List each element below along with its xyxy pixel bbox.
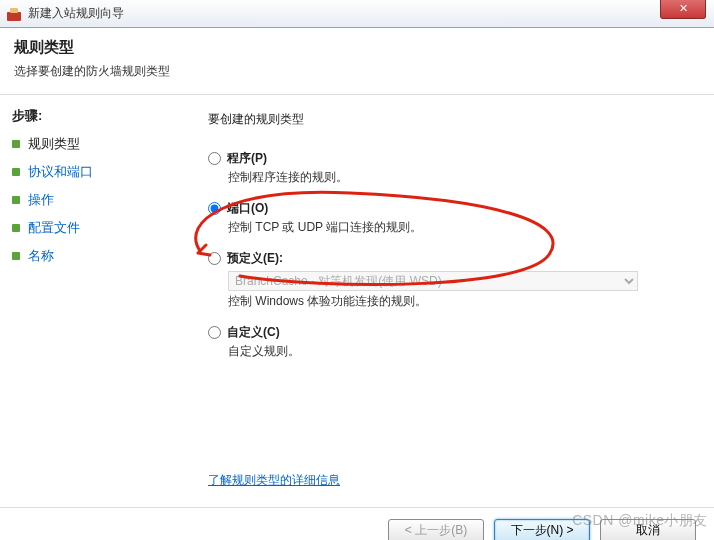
step-rule-type[interactable]: 规则类型 bbox=[12, 135, 180, 153]
option-custom: 自定义(C) 自定义规则。 bbox=[208, 324, 692, 360]
option-predefined-desc: 控制 Windows 体验功能连接的规则。 bbox=[228, 293, 692, 310]
bullet-icon bbox=[12, 168, 20, 176]
step-label: 名称 bbox=[28, 247, 54, 265]
option-custom-label: 自定义(C) bbox=[227, 324, 280, 341]
option-predefined: 预定义(E): BranchCache - 对等机发现(使用 WSD) 控制 W… bbox=[208, 250, 692, 310]
option-port-desc: 控制 TCP 或 UDP 端口连接的规则。 bbox=[228, 219, 692, 236]
radio-port[interactable] bbox=[208, 202, 221, 215]
option-program-row[interactable]: 程序(P) bbox=[208, 150, 692, 167]
back-button[interactable]: < 上一步(B) bbox=[388, 519, 484, 541]
option-program-label: 程序(P) bbox=[227, 150, 267, 167]
learn-more-link[interactable]: 了解规则类型的详细信息 bbox=[208, 472, 340, 489]
option-custom-desc: 自定义规则。 bbox=[228, 343, 692, 360]
svg-rect-1 bbox=[10, 8, 18, 13]
option-port-row[interactable]: 端口(O) bbox=[208, 200, 692, 217]
step-label: 协议和端口 bbox=[28, 163, 93, 181]
bullet-icon bbox=[12, 140, 20, 148]
svg-rect-0 bbox=[7, 12, 21, 21]
title-bar: 新建入站规则向导 ✕ bbox=[0, 0, 714, 28]
cancel-button[interactable]: 取消 bbox=[600, 519, 696, 541]
step-label: 配置文件 bbox=[28, 219, 80, 237]
step-name[interactable]: 名称 bbox=[12, 247, 180, 265]
steps-sidebar: 步骤: 规则类型 协议和端口 操作 配置文件 名称 bbox=[0, 95, 190, 507]
predefined-select[interactable]: BranchCache - 对等机发现(使用 WSD) bbox=[228, 271, 638, 291]
option-predefined-row[interactable]: 预定义(E): bbox=[208, 250, 692, 267]
step-label: 操作 bbox=[28, 191, 54, 209]
option-predefined-label: 预定义(E): bbox=[227, 250, 283, 267]
wizard-header: 规则类型 选择要创建的防火墙规则类型 bbox=[0, 28, 714, 95]
page-title: 规则类型 bbox=[14, 38, 700, 57]
steps-heading: 步骤: bbox=[12, 107, 180, 125]
step-label: 规则类型 bbox=[28, 135, 80, 153]
radio-program[interactable] bbox=[208, 152, 221, 165]
radio-custom[interactable] bbox=[208, 326, 221, 339]
prompt-text: 要创建的规则类型 bbox=[208, 111, 692, 128]
next-button[interactable]: 下一步(N) > bbox=[494, 519, 590, 541]
radio-predefined[interactable] bbox=[208, 252, 221, 265]
step-profile[interactable]: 配置文件 bbox=[12, 219, 180, 237]
option-custom-row[interactable]: 自定义(C) bbox=[208, 324, 692, 341]
option-port: 端口(O) 控制 TCP 或 UDP 端口连接的规则。 bbox=[208, 200, 692, 236]
option-program: 程序(P) 控制程序连接的规则。 bbox=[208, 150, 692, 186]
window-title: 新建入站规则向导 bbox=[28, 5, 124, 22]
app-icon bbox=[6, 6, 22, 22]
option-program-desc: 控制程序连接的规则。 bbox=[228, 169, 692, 186]
bullet-icon bbox=[12, 224, 20, 232]
wizard-footer: < 上一步(B) 下一步(N) > 取消 bbox=[0, 507, 714, 540]
main-panel: 要创建的规则类型 程序(P) 控制程序连接的规则。 端口(O) 控制 TCP 或… bbox=[190, 95, 714, 507]
step-protocol-port[interactable]: 协议和端口 bbox=[12, 163, 180, 181]
bullet-icon bbox=[12, 196, 20, 204]
step-action[interactable]: 操作 bbox=[12, 191, 180, 209]
bullet-icon bbox=[12, 252, 20, 260]
option-port-label: 端口(O) bbox=[227, 200, 268, 217]
close-icon: ✕ bbox=[679, 2, 688, 15]
page-subtitle: 选择要创建的防火墙规则类型 bbox=[14, 63, 700, 80]
close-button[interactable]: ✕ bbox=[660, 0, 706, 19]
